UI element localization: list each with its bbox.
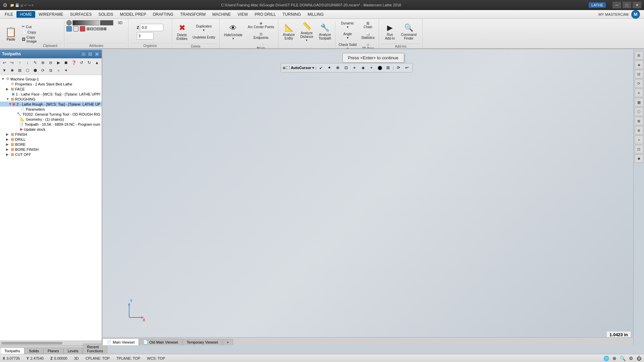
- color-circle-1[interactable]: [66, 20, 72, 25]
- ac-tool-8[interactable]: ⬤: [376, 64, 383, 71]
- arc-center-pts-button[interactable]: ⊕ Arc Center Points: [246, 20, 276, 30]
- tree-tool[interactable]: 🔧 T0202: General Turning Tool - OD ROUGH…: [0, 112, 102, 117]
- tree-bore-finish-group[interactable]: ▶ ▦ BORE FINISH: [0, 147, 102, 152]
- toolpath-tool-20[interactable]: ⧉: [47, 67, 54, 74]
- copy-image-button[interactable]: 🖼 Copy Image: [20, 35, 38, 44]
- ac-tool-4[interactable]: ⊡: [342, 64, 350, 71]
- command-finder-button[interactable]: 🔍 CommandFinder: [399, 20, 419, 44]
- tree-machine-group[interactable]: ▼ ⚙ Machine Group-1: [0, 76, 102, 81]
- ac-tool-11[interactable]: ↩: [403, 64, 411, 71]
- toolpath-tool-16[interactable]: ⊠: [16, 67, 23, 74]
- color-swatch-2[interactable]: [73, 26, 78, 32]
- menu-machine[interactable]: MACHINE: [209, 11, 234, 18]
- menu-transform[interactable]: TRANSFORM: [177, 11, 209, 18]
- maximize-button[interactable]: □: [623, 2, 631, 8]
- delete-entities-button[interactable]: ✖ DeleteEntities: [174, 20, 190, 44]
- menu-solids[interactable]: SOLIDS: [95, 11, 116, 18]
- panel-float-btn[interactable]: ⬡: [88, 51, 93, 57]
- tree-geometry[interactable]: 📐 Geometry - (1) chain(s): [0, 117, 102, 122]
- tree-properties[interactable]: ⚙ Properties - 2 Axis Slant Bed Lathe: [0, 81, 102, 86]
- right-tab-1[interactable]: ⊞: [635, 51, 643, 60]
- minimize-button[interactable]: ─: [612, 2, 621, 8]
- tree-toolpath-nc[interactable]: 📑 Toolpath - 10.5K - 6809-19.NC - Progra…: [0, 122, 102, 127]
- toolpath-tool-1[interactable]: ↩: [1, 59, 8, 66]
- search-status-icon[interactable]: 🔍: [620, 356, 626, 361]
- run-addin-button[interactable]: ▶ RunAdd-In: [383, 20, 397, 44]
- toolpath-tool-15[interactable]: ◾: [8, 67, 16, 74]
- toolpath-tool-11[interactable]: ↺: [78, 59, 85, 66]
- panel-minimize-btn[interactable]: ─: [81, 51, 86, 57]
- ac-tool-9[interactable]: ⊞: [384, 64, 392, 71]
- toolpath-tool-13[interactable]: ▲: [93, 59, 101, 66]
- tree-finish-group[interactable]: ▶ ▦ FINISH: [0, 132, 102, 137]
- toolpath-tool-8[interactable]: ▶: [55, 59, 62, 66]
- panel-close-btn[interactable]: ✕: [94, 51, 100, 57]
- tab-temporary-viewset[interactable]: Temporary Viewset: [182, 339, 222, 345]
- z-value-input[interactable]: [140, 24, 163, 31]
- ac-tool-2[interactable]: ✦: [326, 64, 333, 71]
- tab-toolpaths[interactable]: Toolpaths: [0, 348, 24, 354]
- toolpath-tool-12[interactable]: ↻: [86, 59, 93, 66]
- right-tab-6[interactable]: ▦: [635, 98, 643, 107]
- toolpath-tool-22[interactable]: ✦: [62, 67, 70, 74]
- ac-tool-5[interactable]: ⋄: [351, 64, 358, 71]
- 3d-toggle[interactable]: 3D: [114, 20, 126, 25]
- toolpath-tool-3[interactable]: ↑: [16, 59, 23, 66]
- tree-parameters[interactable]: 📄 Parameters: [0, 107, 102, 112]
- color-swatch-1[interactable]: [66, 26, 72, 32]
- tree-drill-group[interactable]: ▶ ▦ DRILL: [0, 137, 102, 142]
- color-swatch-3[interactable]: [80, 26, 85, 32]
- tree-update-stock[interactable]: ▶ Update stock: [0, 127, 102, 132]
- tree-roughing-group[interactable]: ▼ ▦ ROUGHING: [0, 97, 102, 102]
- right-tab-12[interactable]: ◾: [635, 154, 643, 163]
- tree-face-group[interactable]: ▶ ▦ FACE: [0, 86, 102, 92]
- chain-button[interactable]: ⛓ Chain: [359, 20, 377, 30]
- menu-prodrill[interactable]: PRO DRILL: [251, 11, 279, 18]
- endpoints-button[interactable]: ⊡ Endpoints: [246, 31, 276, 41]
- tab-planes[interactable]: Planes: [43, 348, 63, 354]
- tree-face-op[interactable]: ▣ 1 - Lathe Face - [WCS: Top] - [Tplane:…: [0, 92, 102, 97]
- scrollbar-thumb[interactable]: [1, 342, 62, 345]
- right-tab-9[interactable]: ⊕: [635, 126, 643, 135]
- angle-button[interactable]: Angle ▾: [337, 31, 359, 41]
- tab-add-viewset[interactable]: +: [222, 339, 233, 345]
- autocursor-label[interactable]: AutoCursor: [291, 66, 311, 70]
- menu-wireframe[interactable]: WIREFRAME: [35, 11, 66, 18]
- tree-cutoff-group[interactable]: ▶ ▦ CUT OFF: [0, 152, 102, 157]
- menu-file[interactable]: FILE: [1, 11, 16, 18]
- check-solid-button[interactable]: Check Solid ▾: [337, 42, 359, 49]
- menu-milling[interactable]: MILLING: [304, 11, 327, 18]
- right-tab-3[interactable]: ⊟: [635, 70, 643, 78]
- main-canvas[interactable]: Press <Enter> to continue ⊞ ⛶ AutoCursor…: [102, 50, 644, 345]
- toolpath-tool-4[interactable]: ↓: [24, 59, 31, 66]
- menu-turning[interactable]: TURNING: [279, 11, 304, 18]
- analyze-toolpath-button[interactable]: 🔧 AnalyzeToolpath: [316, 20, 334, 44]
- right-tab-10[interactable]: ⌖: [635, 135, 643, 144]
- close-button[interactable]: ✕: [633, 2, 641, 8]
- ac-tool-6[interactable]: ◈: [359, 64, 367, 71]
- tree-roughing-op[interactable]: ▼ ▣ 2 - Lathe Rough - [WCS: Top] - [Tpla…: [0, 102, 102, 107]
- num-value-input[interactable]: [137, 32, 154, 40]
- right-tab-2[interactable]: ◈: [635, 60, 643, 69]
- right-tab-5[interactable]: ≡: [635, 88, 643, 97]
- statistics-button[interactable]: 📊 Statistics: [359, 31, 377, 41]
- undelete-button[interactable]: Undelete Entity: [191, 34, 217, 41]
- toolpath-tool-5[interactable]: ✎: [32, 59, 39, 66]
- duplicates-button[interactable]: Duplicates ▾: [191, 23, 217, 33]
- ac-tool-1[interactable]: ↙: [317, 64, 325, 71]
- toolpath-tool-2[interactable]: ↪: [8, 59, 16, 66]
- menu-modelprep[interactable]: MODEL PREP: [116, 11, 149, 18]
- toolpath-tool-19[interactable]: ⟳: [39, 67, 47, 74]
- toolpath-tool-18[interactable]: ⬟: [32, 67, 39, 74]
- tab-main-viewset[interactable]: 📄 Main Viewset: [102, 339, 139, 345]
- ac-tool-7[interactable]: ⌖: [368, 64, 375, 71]
- menu-view[interactable]: VIEW: [234, 11, 251, 18]
- tab-levels[interactable]: Levels: [63, 348, 83, 354]
- toolpath-tool-9[interactable]: ⏹: [62, 59, 70, 66]
- power-icon[interactable]: ⏻: [637, 356, 641, 361]
- toolpath-tool-21[interactable]: ⟐: [55, 67, 62, 74]
- settings-status-icon[interactable]: ⚙: [629, 356, 633, 361]
- blank-button[interactable]: ⬜ Blank ▾: [246, 42, 276, 49]
- cut-button[interactable]: ✂ Cut: [20, 24, 38, 29]
- tree-bore-group[interactable]: ▶ ▦ BORE: [0, 142, 102, 147]
